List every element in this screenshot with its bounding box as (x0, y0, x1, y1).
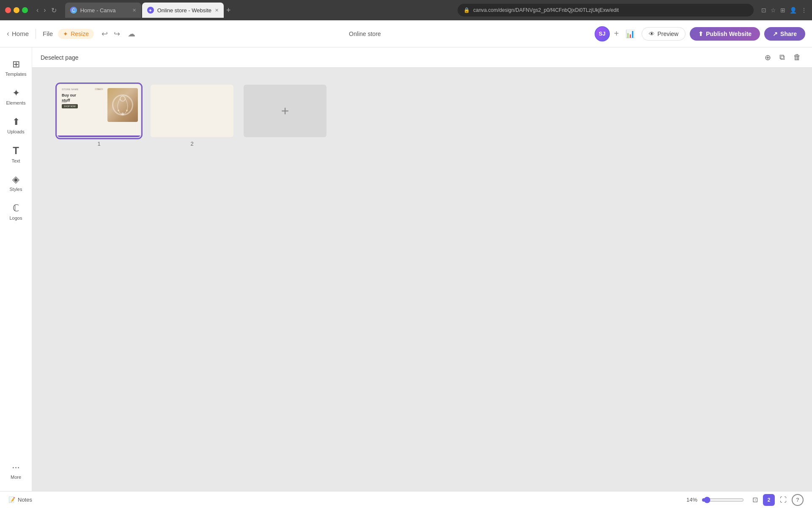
undo-redo-controls: ↩ ↪ (99, 28, 123, 40)
canva-favicon: C (70, 7, 77, 14)
toolbar-right-actions: ⊕ ⧉ 🗑 (762, 50, 804, 65)
maximize-window-button[interactable] (22, 7, 28, 13)
browser-actions: ⊡ ☆ ⊞ 👤 ⋮ (761, 7, 807, 14)
sidebar-item-logos[interactable]: ℂ Logos (3, 198, 30, 225)
save-button[interactable]: ☁ (128, 29, 135, 39)
nav-divider-1 (36, 29, 36, 39)
new-tab-button[interactable]: + (226, 6, 231, 15)
page1-store-name: STORE NAME (62, 88, 79, 91)
zoom-slider[interactable] (702, 497, 744, 503)
templates-icon: ⊞ (12, 59, 20, 70)
styles-icon: ◈ (12, 174, 19, 185)
browser-tab-online-store[interactable]: ◈ Online store - Website ✕ (142, 3, 224, 18)
sidebar-item-styles[interactable]: ◈ Styles (3, 169, 30, 196)
chevron-left-icon: ‹ (7, 29, 9, 38)
elements-label: Elements (6, 100, 26, 105)
add-page-icon-button[interactable]: ⊕ (762, 50, 774, 65)
browser-tabs: C Home - Canva ✕ ◈ Online store - Websit… (65, 3, 454, 18)
browser-window-controls (5, 7, 28, 13)
uploads-label: Uploads (7, 129, 24, 134)
address-text: canva.com/design/DAFNVgs2_p0/f4CFnbQjxDi… (473, 7, 748, 13)
sidebar-item-more[interactable]: ··· More (3, 457, 30, 484)
online-store-favicon: ◈ (147, 7, 154, 14)
add-page-wrapper: + (244, 85, 326, 137)
page-selected-indicator (58, 135, 140, 137)
analytics-icon[interactable]: 📊 (623, 27, 637, 41)
resize-label: Resize (71, 30, 89, 37)
text-label: Text (11, 158, 20, 163)
page-2-thumbnail[interactable] (151, 85, 233, 137)
page-1-content: STORE NAME Buy ourstuff From SHOP NOW (58, 85, 140, 137)
preview-button[interactable]: 👁 Preview (642, 27, 686, 41)
templates-label: Templates (5, 72, 26, 77)
logos-icon: ℂ (13, 203, 19, 214)
page-2-number: 2 (190, 141, 193, 147)
duplicate-page-button[interactable]: ⧉ (777, 50, 787, 65)
sidebar-item-elements[interactable]: ✦ Elements (3, 83, 30, 110)
page-count-indicator[interactable]: 2 (763, 494, 775, 506)
pages-area: STORE NAME Buy ourstuff From SHOP NOW (32, 68, 812, 164)
notes-icon: 📝 (8, 497, 15, 503)
online-store-tab-title: Online store - Website (157, 7, 211, 14)
page-1-thumbnail[interactable]: STORE NAME Buy ourstuff From SHOP NOW (58, 85, 140, 137)
browser-nav-arrows: ‹ › ↻ (35, 5, 58, 16)
nav-center: Online store (140, 30, 590, 37)
browser-tab-canva[interactable]: C Home - Canva ✕ (65, 3, 141, 18)
browser-forward-button[interactable]: › (42, 5, 47, 16)
eye-icon: 👁 (649, 30, 655, 37)
uploads-icon: ⬆ (12, 116, 20, 127)
file-menu-button[interactable]: File (43, 30, 53, 37)
page-1-wrapper: STORE NAME Buy ourstuff From SHOP NOW (58, 85, 140, 147)
redo-button[interactable]: ↪ (111, 28, 123, 40)
page-2-wrapper: 2 (151, 85, 233, 147)
share-button[interactable]: ↗ Share (764, 27, 805, 41)
add-collaborator-button[interactable]: + (614, 29, 619, 39)
deselect-page-label[interactable]: Deselect page (41, 54, 79, 61)
more-label: More (11, 475, 21, 480)
add-page-plus-icon: + (281, 103, 289, 119)
sidebar-item-uploads[interactable]: ⬆ Uploads (3, 112, 30, 139)
minimize-window-button[interactable] (14, 7, 19, 13)
publish-website-button[interactable]: ⬆ Publish Website (690, 27, 760, 41)
nav-dot-1: Nav (95, 88, 103, 90)
resize-button[interactable]: ✦ Resize (58, 29, 94, 39)
share-icon: ↗ (773, 30, 778, 37)
left-sidebar: ⊞ Templates ✦ Elements ⬆ Uploads T Text … (0, 47, 32, 491)
share-label: Share (780, 30, 797, 37)
close-window-button[interactable] (5, 7, 11, 13)
project-name-label: Online store (349, 30, 381, 37)
bookmark-icon[interactable]: ☆ (771, 7, 776, 14)
canva-tab-close[interactable]: ✕ (132, 8, 136, 13)
menu-icon[interactable]: ⋮ (801, 7, 807, 14)
content-area: Deselect page ⊕ ⧉ 🗑 STORE NAME Buy ourst… (32, 47, 812, 491)
delete-page-button[interactable]: 🗑 (791, 50, 804, 65)
page1-nav-dots: Nav (95, 88, 103, 90)
fullscreen-button[interactable]: ⛶ (778, 494, 788, 505)
publish-icon: ⬆ (698, 30, 703, 37)
add-page-button[interactable]: + (244, 85, 326, 137)
user-avatar[interactable]: SJ (595, 26, 610, 41)
profile-icon[interactable]: 👤 (790, 7, 797, 14)
undo-button[interactable]: ↩ (99, 28, 110, 40)
page1-shop-btn: SHOP NOW (62, 104, 78, 108)
sidebar-item-text[interactable]: T Text (3, 141, 30, 168)
extensions-icon[interactable]: ⊞ (780, 7, 785, 14)
address-bar[interactable]: 🔒 canva.com/design/DAFNVgs2_p0/f4CFnbQjx… (458, 4, 754, 17)
page1-jewelry-image (107, 88, 138, 122)
home-nav-button[interactable]: ‹ Home (7, 29, 29, 38)
lock-icon: 🔒 (464, 7, 470, 13)
browser-reload-button[interactable]: ↻ (49, 5, 58, 16)
elements-icon: ✦ (12, 88, 20, 99)
sidebar-item-templates[interactable]: ⊞ Templates (3, 54, 30, 81)
cast-icon[interactable]: ⊡ (761, 7, 766, 14)
browser-back-button[interactable]: ‹ (35, 5, 40, 16)
main-layout: ⊞ Templates ✦ Elements ⬆ Uploads T Text … (0, 47, 812, 491)
fit-page-button[interactable]: ⊡ (751, 494, 760, 505)
help-button[interactable]: ? (792, 494, 804, 506)
canvas-toolbar: Deselect page ⊕ ⧉ 🗑 (32, 47, 812, 68)
bottom-right-actions: ⊡ 2 ⛶ ? (751, 494, 804, 506)
notes-button[interactable]: 📝 Notes (8, 497, 32, 503)
online-store-tab-close[interactable]: ✕ (215, 8, 219, 13)
notes-label: Notes (18, 497, 32, 503)
text-icon: T (13, 145, 19, 157)
